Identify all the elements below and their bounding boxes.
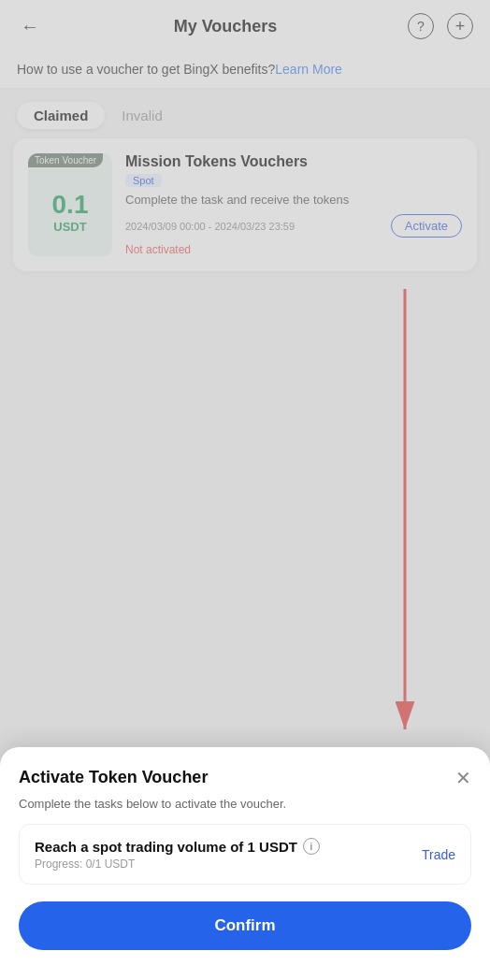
main-page: ← My Vouchers ? + How to use a voucher t… bbox=[0, 0, 490, 980]
info-text: How to use a voucher to get BingX benefi… bbox=[17, 62, 275, 77]
add-button[interactable]: + bbox=[447, 13, 473, 39]
voucher-left: Token Voucher 0.1 USDT bbox=[28, 153, 112, 256]
bottom-sheet: Activate Token Voucher ✕ Complete the ta… bbox=[0, 747, 490, 980]
header: ← My Vouchers ? + bbox=[0, 0, 490, 52]
sheet-description: Complete the tasks below to activate the… bbox=[19, 797, 471, 811]
voucher-date: 2024/03/09 00:00 - 2024/03/23 23:59 bbox=[125, 221, 295, 232]
tab-invalid[interactable]: Invalid bbox=[105, 102, 179, 129]
voucher-amount: 0.1 bbox=[52, 190, 89, 220]
trade-link[interactable]: Trade bbox=[422, 847, 455, 862]
task-progress: Progress: 0/1 USDT bbox=[35, 858, 320, 871]
sheet-title: Activate Token Voucher bbox=[19, 768, 208, 787]
confirm-button[interactable]: Confirm bbox=[19, 901, 471, 950]
voucher-card: Token Voucher 0.1 USDT Mission Tokens Vo… bbox=[13, 138, 477, 271]
voucher-desc: Complete the task and receive the tokens bbox=[125, 193, 462, 207]
learn-more-link[interactable]: Learn More bbox=[275, 62, 342, 77]
task-row: Reach a spot trading volume of 1 USDT i … bbox=[19, 824, 471, 885]
help-button[interactable]: ? bbox=[408, 13, 434, 39]
not-activated-label: Not activated bbox=[125, 243, 462, 256]
voucher-date-row: 2024/03/09 00:00 - 2024/03/23 23:59 Acti… bbox=[125, 214, 462, 238]
voucher-right: Mission Tokens Vouchers Spot Complete th… bbox=[125, 153, 462, 256]
header-icons: ? + bbox=[408, 13, 473, 39]
back-button[interactable]: ← bbox=[17, 13, 43, 39]
page-title: My Vouchers bbox=[174, 17, 278, 36]
token-badge: Token Voucher bbox=[28, 153, 103, 167]
tab-claimed[interactable]: Claimed bbox=[17, 102, 105, 129]
voucher-unit: USDT bbox=[53, 220, 86, 234]
task-left: Reach a spot trading volume of 1 USDT i … bbox=[35, 838, 320, 871]
voucher-title: Mission Tokens Vouchers bbox=[125, 153, 462, 170]
close-button[interactable]: ✕ bbox=[455, 769, 471, 787]
voucher-tag: Spot bbox=[125, 174, 162, 187]
task-title-row: Reach a spot trading volume of 1 USDT i bbox=[35, 838, 320, 855]
task-title: Reach a spot trading volume of 1 USDT bbox=[35, 839, 297, 855]
activate-button[interactable]: Activate bbox=[391, 214, 462, 238]
tabs: Claimed Invalid bbox=[0, 89, 490, 138]
info-bar: How to use a voucher to get BingX benefi… bbox=[0, 52, 490, 89]
sheet-header: Activate Token Voucher ✕ bbox=[19, 768, 471, 787]
info-icon[interactable]: i bbox=[303, 838, 320, 855]
